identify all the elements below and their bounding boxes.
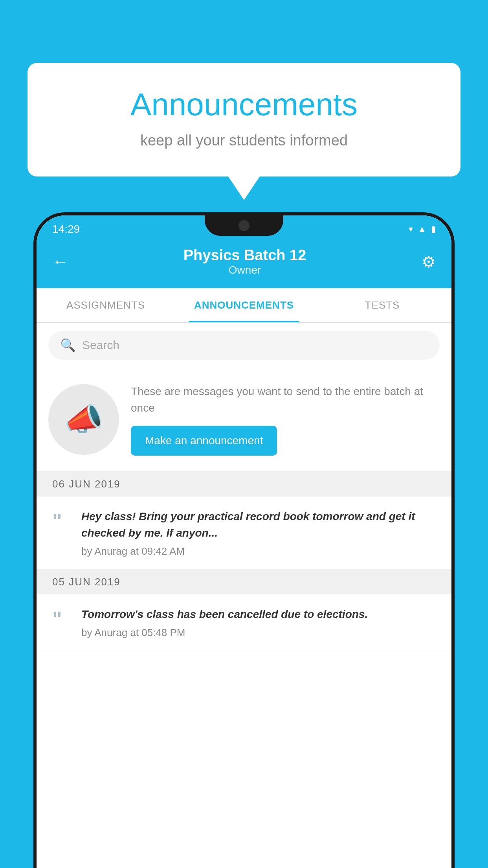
battery-icon: ▮ bbox=[431, 224, 436, 234]
speech-bubble-title: Announcements bbox=[59, 86, 429, 123]
announcement-meta-1: by Anurag at 09:42 AM bbox=[81, 545, 436, 557]
announcement-content-2: Tomorrow's class has been cancelled due … bbox=[81, 606, 436, 639]
tab-assignments[interactable]: ASSIGNMENTS bbox=[37, 288, 175, 322]
search-placeholder: Search bbox=[82, 338, 119, 352]
settings-button[interactable]: ⚙ bbox=[422, 253, 436, 271]
make-announcement-button[interactable]: Make an announcement bbox=[131, 426, 277, 456]
promo-description: These are messages you want to send to t… bbox=[131, 383, 440, 416]
batch-title: Physics Batch 12 bbox=[183, 247, 306, 264]
phone-screen: 14:29 ▾ ▲ ▮ ← Physics Batch 12 Owner ⚙ A… bbox=[37, 215, 451, 868]
quote-icon-1: " bbox=[52, 511, 72, 531]
speech-bubble-container: Announcements keep all your students inf… bbox=[28, 63, 460, 200]
signal-icon: ▲ bbox=[418, 224, 426, 234]
batch-role: Owner bbox=[183, 264, 306, 276]
tabs-container: ASSIGNMENTS ANNOUNCEMENTS TESTS bbox=[37, 288, 451, 323]
announcement-meta-2: by Anurag at 05:48 PM bbox=[81, 627, 436, 639]
announcement-item-1[interactable]: " Hey class! Bring your practical record… bbox=[37, 497, 451, 570]
back-button[interactable]: ← bbox=[52, 253, 68, 270]
phone-frame: 14:29 ▾ ▲ ▮ ← Physics Batch 12 Owner ⚙ A… bbox=[33, 212, 455, 868]
megaphone-icon: 📣 bbox=[64, 401, 103, 438]
announcement-text-1: Hey class! Bring your practical record b… bbox=[81, 508, 436, 541]
promo-card: 📣 These are messages you want to send to… bbox=[37, 368, 451, 472]
promo-content: These are messages you want to send to t… bbox=[131, 383, 440, 456]
quote-icon-2: " bbox=[52, 609, 72, 629]
status-time: 14:29 bbox=[52, 223, 80, 235]
date-separator-1: 06 JUN 2019 bbox=[37, 472, 451, 497]
speech-bubble: Announcements keep all your students inf… bbox=[28, 63, 460, 177]
tab-announcements[interactable]: ANNOUNCEMENTS bbox=[175, 288, 313, 322]
speech-bubble-subtitle: keep all your students informed bbox=[59, 132, 429, 149]
tab-tests[interactable]: TESTS bbox=[313, 288, 451, 322]
wifi-icon: ▾ bbox=[409, 224, 413, 234]
promo-icon-circle: 📣 bbox=[48, 384, 119, 455]
speech-bubble-arrow bbox=[228, 177, 260, 200]
front-camera bbox=[238, 220, 250, 231]
search-bar[interactable]: 🔍 Search bbox=[48, 331, 440, 360]
status-icons: ▾ ▲ ▮ bbox=[409, 224, 436, 234]
announcement-text-2: Tomorrow's class has been cancelled due … bbox=[81, 606, 436, 623]
app-header: ← Physics Batch 12 Owner ⚙ bbox=[37, 239, 451, 288]
announcement-item-2[interactable]: " Tomorrow's class has been cancelled du… bbox=[37, 594, 451, 651]
header-center: Physics Batch 12 Owner bbox=[183, 247, 306, 276]
announcement-content-1: Hey class! Bring your practical record b… bbox=[81, 508, 436, 557]
search-container: 🔍 Search bbox=[37, 323, 451, 368]
date-separator-2: 05 JUN 2019 bbox=[37, 570, 451, 594]
search-icon: 🔍 bbox=[60, 338, 76, 353]
